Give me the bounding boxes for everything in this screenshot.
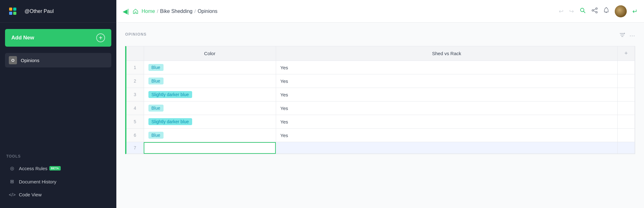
collapse-icon[interactable]: ↵ — [632, 8, 638, 15]
breadcrumb-sep-2: / — [194, 9, 196, 14]
cell-rownum: 3 — [126, 88, 144, 101]
table-row[interactable]: 4BlueYes — [126, 101, 635, 115]
logo-dot-teal — [13, 8, 16, 11]
filter-icon[interactable] — [619, 32, 625, 39]
redo-icon[interactable]: ↪ — [569, 8, 574, 15]
document-history-icon: ⊞ — [9, 179, 15, 184]
cell-shed[interactable]: Yes — [276, 115, 618, 129]
access-rules-label: Access Rules — [19, 166, 47, 171]
sidebar-header: @Other Paul — [0, 0, 116, 23]
cell-color[interactable]: Slightly darker blue — [144, 115, 276, 129]
cell-shed[interactable] — [276, 142, 618, 154]
cell-shed[interactable]: Yes — [276, 61, 618, 74]
access-rules-icon: ◎ — [9, 165, 15, 171]
add-new-icon: + — [96, 33, 105, 42]
svg-line-1 — [584, 11, 586, 13]
svg-point-2 — [596, 8, 597, 9]
cell-shed[interactable]: Yes — [276, 101, 618, 115]
add-new-button[interactable]: Add New + — [5, 29, 111, 47]
document-history-label: Document History — [19, 179, 56, 184]
notification-icon[interactable] — [603, 7, 609, 15]
add-column-button[interactable]: + — [618, 46, 635, 61]
data-table: Color Shed vs Rack + 1BlueYes2BlueYes3Sl… — [125, 46, 635, 154]
topbar: ◀| Home / Bike Shedding / Opinions ↩ ↪ — [116, 0, 644, 23]
section-label: OPINIONS — [125, 32, 147, 37]
cell-rownum: 4 — [126, 101, 144, 115]
cell-color[interactable]: Blue — [144, 101, 276, 115]
table-header-row: Color Shed vs Rack + — [126, 46, 635, 61]
cell-rownum: 6 — [126, 129, 144, 142]
username-label: @Other Paul — [25, 9, 54, 14]
table-toolbar: ··· — [619, 32, 635, 39]
col-header-color[interactable]: Color — [144, 46, 276, 61]
color-tag: Blue — [148, 105, 164, 112]
cell-shed[interactable]: Yes — [276, 88, 618, 101]
share-icon[interactable] — [591, 8, 598, 15]
color-tag: Slightly darker blue — [148, 118, 192, 125]
cell-color[interactable] — [144, 142, 276, 154]
search-icon[interactable] — [580, 7, 586, 15]
breadcrumb-sep-1: / — [157, 9, 158, 14]
cell-rownum: 1 — [126, 61, 144, 74]
tool-access-rules[interactable]: ◎ Access Rules BETA — [5, 162, 111, 174]
svg-line-6 — [593, 11, 596, 12]
table-row[interactable]: 2BlueYes — [126, 74, 635, 88]
avatar[interactable] — [615, 5, 627, 17]
tool-document-history[interactable]: ⊞ Document History — [5, 176, 111, 188]
svg-point-3 — [596, 12, 597, 13]
logo-dot-orange — [9, 8, 12, 11]
cell-extra — [618, 101, 635, 115]
tools-section: TOOLS ◎ Access Rules BETA ⊞ Document His… — [0, 154, 116, 208]
cell-color[interactable]: Blue — [144, 61, 276, 74]
cell-extra — [618, 74, 635, 88]
add-new-label: Add New — [11, 35, 34, 41]
nav-item-opinions[interactable]: O Opinions — [5, 53, 111, 67]
cell-color[interactable]: Blue — [144, 129, 276, 142]
back-button[interactable]: ◀| — [123, 8, 129, 15]
home-icon — [133, 9, 140, 14]
cell-shed[interactable]: Yes — [276, 74, 618, 88]
cell-color[interactable]: Slightly darker blue — [144, 88, 276, 101]
code-view-icon: </> — [9, 192, 15, 197]
breadcrumb-opinions[interactable]: Opinions — [197, 9, 217, 14]
svg-point-4 — [592, 10, 594, 11]
code-view-label: Code View — [19, 192, 42, 197]
opinions-label: Opinions — [21, 58, 39, 63]
svg-line-5 — [593, 9, 596, 10]
svg-point-0 — [580, 8, 584, 12]
col-header-shed[interactable]: Shed vs Rack — [276, 46, 618, 61]
col-header-rownum — [126, 46, 144, 61]
table-row[interactable]: 3Slightly darker blueYes — [126, 88, 635, 101]
color-tag: Blue — [148, 78, 164, 84]
cell-rownum: 5 — [126, 115, 144, 129]
breadcrumb-home[interactable]: Home — [142, 9, 155, 14]
logo-dot-green — [13, 12, 16, 15]
cell-shed[interactable]: Yes — [276, 129, 618, 142]
table-row[interactable]: 1BlueYes — [126, 61, 635, 74]
beta-badge: BETA — [49, 166, 61, 170]
cell-extra — [618, 129, 635, 142]
cell-rownum: 7 — [126, 142, 144, 154]
app-logo — [5, 4, 20, 19]
logo-dot-blue — [9, 12, 12, 15]
topbar-actions: ↩ ↪ ↵ — [559, 5, 638, 17]
color-tag: Slightly darker blue — [148, 91, 192, 98]
color-tag: Blue — [148, 64, 164, 71]
cell-extra — [618, 88, 635, 101]
cell-rownum: 2 — [126, 74, 144, 88]
main-content: ◀| Home / Bike Shedding / Opinions ↩ ↪ — [116, 0, 644, 208]
opinions-icon: O — [9, 56, 17, 64]
tool-code-view[interactable]: </> Code View — [5, 189, 111, 200]
breadcrumb-bike-shedding[interactable]: Bike Shedding — [160, 9, 192, 14]
cell-extra — [618, 115, 635, 129]
cell-extra — [618, 61, 635, 74]
content-area: OPINIONS ··· Color Shed vs Rack + — [116, 23, 644, 208]
cell-color[interactable]: Blue — [144, 74, 276, 88]
sidebar: @Other Paul Add New + O Opinions TOOLS ◎… — [0, 0, 116, 208]
table-row[interactable]: 5Slightly darker blueYes — [126, 115, 635, 129]
table-row[interactable]: 6BlueYes — [126, 129, 635, 142]
more-options-icon[interactable]: ··· — [630, 32, 635, 39]
cell-extra — [618, 142, 635, 154]
undo-icon[interactable]: ↩ — [559, 8, 564, 15]
table-row[interactable]: 7 — [126, 142, 635, 154]
